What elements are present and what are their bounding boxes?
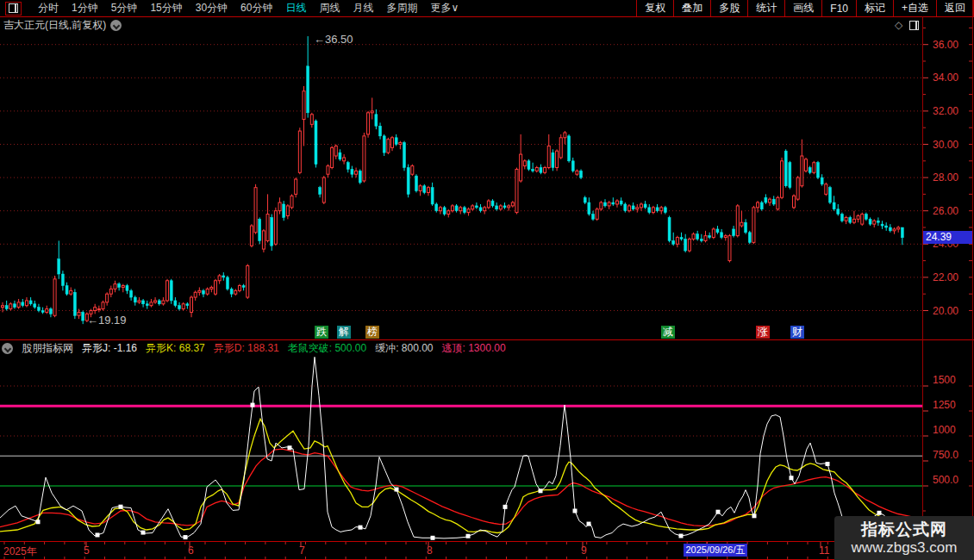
date-axis-label: 6 xyxy=(188,544,194,557)
indicator-axis-label: 500.0 xyxy=(933,474,974,486)
indicator-axis-label: 1250 xyxy=(933,399,974,411)
date-axis-label: 5 xyxy=(84,544,90,557)
date-axis-label: 2025年 xyxy=(3,544,37,559)
j-line-marker xyxy=(36,520,41,524)
chart-corner-icons: ◇ xyxy=(895,20,919,30)
indicator-axis-label: 1000 xyxy=(933,424,974,436)
indicator-value-label: 异形D: 188.31 xyxy=(214,341,279,356)
price-gridlines xyxy=(0,45,922,311)
candlestick-series xyxy=(2,36,904,324)
indicator-value-label: 异形K: 68.37 xyxy=(146,341,205,356)
indicator-value-label: 异形J: -1.16 xyxy=(82,341,137,356)
j-line-marker xyxy=(119,505,123,509)
j-line-marker xyxy=(184,535,188,539)
j-line-marker xyxy=(359,526,363,530)
price-axis-label: 30.00 xyxy=(933,139,974,151)
date-axis-label: 11 xyxy=(819,544,829,557)
watermark-url: www.zbgs3.com xyxy=(852,539,958,557)
j-line-marker xyxy=(251,403,255,408)
overlay-badge-涨[interactable]: 涨 xyxy=(756,326,770,339)
overlay-badge-解[interactable]: 解 xyxy=(337,326,351,339)
overlay-badge-跌[interactable]: 跌 xyxy=(315,326,328,339)
price-axis-label: 22.00 xyxy=(933,271,974,283)
j-line-marker xyxy=(503,505,508,509)
indicator-collapse-chevron-icon[interactable] xyxy=(2,343,13,354)
title-bar: 吉大正元(日线,前复权) xyxy=(3,18,122,33)
j-line-marker xyxy=(752,513,757,518)
price-axis-label: 28.00 xyxy=(933,171,974,184)
j-line-marker xyxy=(573,509,578,513)
j-line-marker xyxy=(877,511,882,515)
trading-app-window: 分时1分钟5分钟15分钟30分钟60分钟日线周线月线多周期更多∨ 复权叠加多股统… xyxy=(0,0,974,560)
indicator-axis-label: 1500 xyxy=(933,374,974,386)
price-axis-label: 32.00 xyxy=(933,105,974,117)
date-axis-label: 9 xyxy=(581,544,587,557)
indicator-header: 股朋指标网异形J: -1.16异形K: 68.37异形D: 188.31老鼠突破… xyxy=(2,342,506,354)
price-axis-label: 20.00 xyxy=(933,305,974,317)
indicator-line-异形J xyxy=(0,357,922,538)
j-line-marker xyxy=(587,522,591,526)
indicator-line-异形D xyxy=(0,449,922,527)
j-line-marker xyxy=(466,534,471,538)
j-line-marker xyxy=(288,445,292,450)
date-axis-separator xyxy=(0,541,974,542)
indicator-axis-label: 750.0 xyxy=(933,449,974,461)
j-line-marker xyxy=(716,510,721,514)
high-price-annotation: ←36.50 xyxy=(314,33,353,46)
j-line-marker xyxy=(790,476,794,480)
collapse-chevron-icon[interactable] xyxy=(110,20,122,31)
page-title: 吉大正元(日线,前复权) xyxy=(3,18,106,33)
last-price-tag: 24.39 xyxy=(923,231,972,244)
diamond-icon[interactable]: ◇ xyxy=(895,20,902,30)
low-price-annotation: ←19.19 xyxy=(87,314,127,327)
indicator-value-label: 老鼠突破: 500.00 xyxy=(288,341,366,356)
watermark-title: 指标公式网 xyxy=(861,520,947,539)
j-line-marker xyxy=(395,488,399,492)
indicator-value-label: 缓冲: 800.00 xyxy=(375,341,433,356)
highlighted-date-tag: 2025/09/26/五 xyxy=(684,544,747,557)
price-axis-label: 26.00 xyxy=(933,205,974,217)
price-axis-label: 36.00 xyxy=(933,39,974,51)
overlay-badge-减[interactable]: 减 xyxy=(661,326,675,339)
j-line-marker xyxy=(826,462,830,466)
date-ticks xyxy=(4,542,922,560)
j-line-marker xyxy=(431,536,435,540)
axis-separator xyxy=(922,16,923,560)
overlay-badge-财[interactable]: 财 xyxy=(790,326,804,339)
j-line-marker xyxy=(96,532,100,537)
j-line-marker xyxy=(539,488,543,493)
j-line-marker xyxy=(141,531,146,535)
date-axis-label: 7 xyxy=(299,544,305,557)
chart-canvas xyxy=(0,0,974,560)
indicator-panel xyxy=(0,357,922,539)
date-axis-label: 8 xyxy=(427,544,433,557)
indicator-value-label: 股朋指标网 xyxy=(22,341,73,356)
watermark: 指标公式网 www.zbgs3.com xyxy=(834,516,974,560)
overlay-badge-榜[interactable]: 榜 xyxy=(365,326,379,339)
j-line-marker xyxy=(679,534,684,538)
indicator-value-label: 逃顶: 1300.00 xyxy=(442,341,506,356)
maximize-window-icon[interactable] xyxy=(909,21,919,30)
price-axis-label: 34.00 xyxy=(933,72,974,84)
